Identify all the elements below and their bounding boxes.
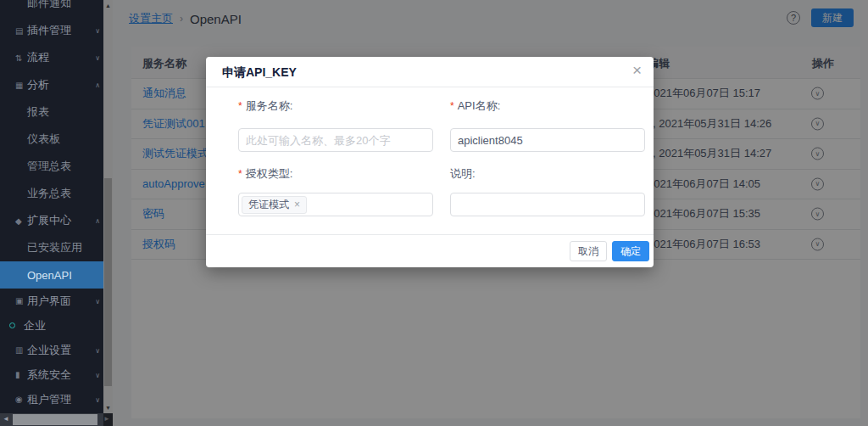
sidebar-item-business-summary[interactable]: 业务总表: [0, 180, 103, 207]
chevron-icon: ∨: [95, 395, 100, 403]
api-key-modal: 申请API_KEY × *服务名称: *API名称: *授权类型: 说明:: [206, 57, 654, 267]
sidebar-item-label: 管理总表: [27, 159, 71, 174]
close-icon[interactable]: ×: [632, 62, 642, 78]
sidebar-item-label: 仪表板: [27, 132, 60, 147]
chevron-icon: ∨: [95, 27, 100, 35]
auth-type-select[interactable]: 凭证模式 ×: [238, 193, 433, 216]
sidebar-item-dashboard[interactable]: 仪表板: [0, 126, 103, 153]
sidebar-item-tenant-mgmt[interactable]: ◉ 租户管理 ∨: [0, 387, 103, 412]
sidebar-item-installed-apps[interactable]: 已安装应用: [0, 234, 103, 261]
api-name-field-wrap: [450, 128, 645, 152]
app-window: 邮件通知 ▤ 插件管理 ∨ ⇅ 流程 ∨ ▦: [0, 0, 868, 426]
sidebar-item-mail-notify[interactable]: 邮件通知: [0, 0, 103, 17]
sidebar-horizontal-scrollbar[interactable]: ◄ ►: [0, 413, 113, 426]
sidebar-item-workflow[interactable]: ⇅ 流程 ∨: [0, 44, 103, 71]
api-name-input[interactable]: [450, 128, 645, 152]
sidebar-item-label: 报表: [27, 104, 49, 120]
auth-type-tag: 凭证模式 ×: [242, 196, 307, 214]
analysis-icon: ▦: [15, 81, 24, 90]
horizontal-scroll-thumb[interactable]: [13, 414, 97, 425]
sidebar-item-label: 企业设置: [27, 343, 71, 358]
users-icon: ◉: [15, 395, 24, 404]
description-label: 说明:: [450, 166, 476, 182]
sidebar-item-label: 企业: [24, 318, 46, 334]
chevron-icon: ∧: [95, 217, 100, 225]
confirm-button[interactable]: 确定: [612, 241, 649, 261]
sidebar-menu: 邮件通知 ▤ 插件管理 ∨ ⇅ 流程 ∨ ▦: [0, 0, 103, 412]
chevron-icon: ∨: [95, 346, 100, 354]
select-box: 凭证模式 ×: [238, 193, 433, 216]
chevron-icon: ∧: [95, 81, 100, 89]
sidebar-item-user-interface[interactable]: ▣ 用户界面 ∨: [0, 289, 103, 313]
sidebar-item-analysis[interactable]: ▦ 分析 ∧: [0, 71, 103, 98]
required-asterisk: *: [238, 168, 242, 180]
auth-type-label: *授权类型:: [238, 166, 292, 182]
sidebar-item-label: 租户管理: [27, 392, 71, 407]
scroll-left-icon[interactable]: ◄: [3, 415, 9, 423]
service-name-label: *服务名称:: [238, 98, 292, 114]
service-name-field-wrap: [238, 128, 433, 152]
chevron-icon: ∨: [95, 54, 100, 62]
sidebar-item-system-security[interactable]: ▮ 系统安全 ∨: [0, 362, 103, 387]
sidebar-item-report[interactable]: 报表: [0, 98, 103, 126]
required-asterisk: *: [238, 100, 242, 112]
sidebar-item-label: 已安装应用: [27, 240, 82, 255]
sidebar-item-extension-center[interactable]: ◆ 扩展中心 ∧: [0, 207, 103, 234]
modal-form: *服务名称: *API名称: *授权类型: 说明: 凭证模式: [238, 87, 645, 234]
api-name-label: *API名称:: [450, 98, 500, 114]
required-asterisk: *: [450, 100, 454, 112]
sidebar-item-label: 流程: [27, 50, 49, 65]
description-field-wrap: [450, 193, 645, 216]
tag-close-icon[interactable]: ×: [294, 199, 300, 210]
sidebar-item-label: 用户界面: [27, 294, 71, 309]
sidebar-item-mgmt-summary[interactable]: 管理总表: [0, 153, 103, 180]
modal-header: 申请API_KEY ×: [206, 57, 654, 87]
flow-icon: ⇅: [15, 53, 24, 63]
service-name-input[interactable]: [238, 128, 433, 152]
sidebar-item-label: 扩展中心: [27, 213, 71, 228]
chevron-icon: ∨: [95, 371, 100, 378]
chevron-icon: ∨: [95, 297, 100, 305]
sidebar-item-label: 分析: [27, 77, 49, 92]
lock-icon: ▮: [15, 370, 24, 379]
sidebar-item-label: 系统安全: [27, 367, 71, 383]
description-input[interactable]: [450, 193, 645, 216]
sidebar: 邮件通知 ▤ 插件管理 ∨ ⇅ 流程 ∨ ▦: [0, 0, 103, 426]
sidebar-item-label: 邮件通知: [27, 0, 71, 11]
modal-footer: 取消 确定: [206, 234, 654, 267]
ui-icon: ▣: [15, 296, 24, 305]
sidebar-item-openapi[interactable]: OpenAPI: [0, 261, 103, 289]
plugin-icon: ▤: [15, 26, 24, 36]
modal-title: 申请API_KEY: [222, 65, 297, 81]
sidebar-item-enterprise-settings[interactable]: ▥ 企业设置 ∨: [0, 338, 103, 362]
building-icon: ▥: [15, 345, 24, 355]
sidebar-item-plugin-mgmt[interactable]: ▤ 插件管理 ∨: [0, 17, 103, 44]
enterprise-dot-icon: [9, 322, 15, 328]
sidebar-item-enterprise[interactable]: 企业: [0, 313, 103, 338]
sidebar-item-label: 业务总表: [27, 186, 71, 201]
extension-icon: ◆: [15, 216, 24, 226]
sidebar-item-label: OpenAPI: [27, 269, 72, 282]
cancel-button[interactable]: 取消: [570, 241, 607, 261]
sidebar-item-label: 插件管理: [27, 23, 71, 38]
